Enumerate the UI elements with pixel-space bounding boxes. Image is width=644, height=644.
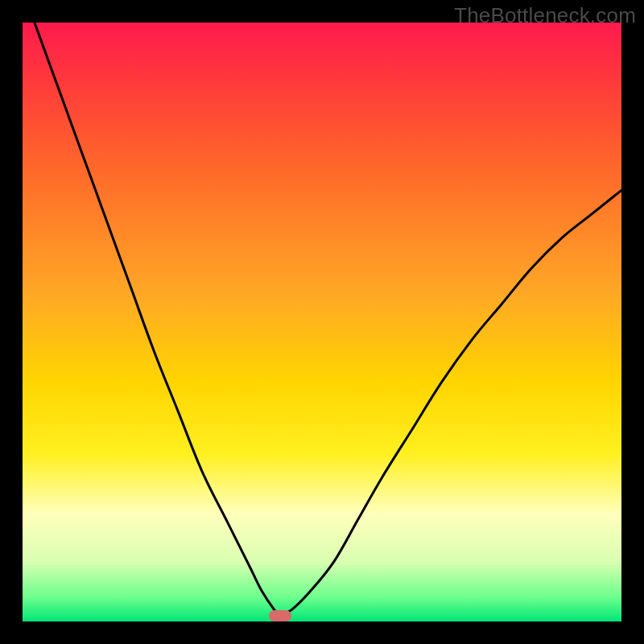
curve-left-branch xyxy=(35,23,280,616)
plot-area xyxy=(23,23,621,621)
chart-frame: TheBottleneck.com xyxy=(0,0,644,644)
bottleneck-curve xyxy=(23,23,621,621)
minimum-marker xyxy=(269,610,291,621)
watermark-text: TheBottleneck.com xyxy=(454,3,636,28)
curve-right-branch xyxy=(280,190,621,615)
